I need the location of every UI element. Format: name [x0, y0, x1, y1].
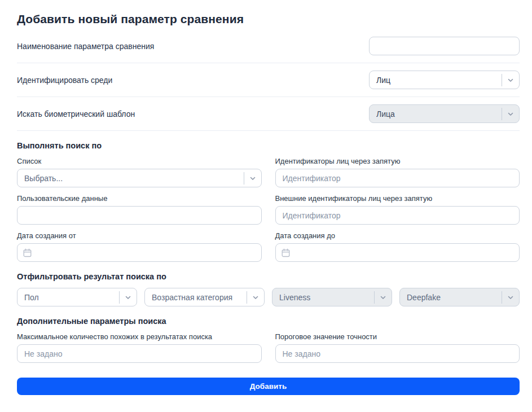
search-section-heading: Выполнять поиск по — [17, 141, 520, 150]
deepfake-select: Deepfake — [399, 288, 520, 306]
add-comparison-parameter-form: Добавить новый параметр сравнения Наимен… — [17, 12, 520, 395]
identify-among-value: Лиц — [376, 76, 502, 85]
search-fields-grid: Список Выбрать... Идентификаторы лиц чер… — [17, 157, 520, 262]
age-category-select[interactable]: Возрастная категория — [144, 288, 265, 306]
gender-select-value: Пол — [24, 293, 119, 302]
field-external-ids: Внешние идентификаторы лиц через запятую — [275, 194, 520, 225]
user-data-label: Пользовательские данные — [17, 194, 262, 203]
date-from-label: Дата создания от — [17, 231, 262, 240]
face-ids-label: Идентификаторы лиц через запятую — [275, 157, 520, 166]
field-date-to: Дата создания до — [275, 231, 520, 262]
field-list: Список Выбрать... — [17, 157, 262, 187]
add-button[interactable]: Добавить — [17, 378, 520, 395]
external-ids-label: Внешние идентификаторы лиц через запятую — [275, 194, 520, 203]
liveness-select-value: Liveness — [279, 293, 374, 302]
max-results-label: Максимальное количество похожих в резуль… — [17, 332, 262, 341]
chevron-down-icon — [502, 77, 519, 84]
biometric-template-label: Искать биометрический шаблон — [17, 109, 135, 119]
age-category-select-value: Возрастная категория — [152, 293, 247, 302]
date-to-label: Дата создания до — [275, 231, 520, 240]
chevron-down-icon — [502, 294, 519, 301]
identify-among-select[interactable]: Лиц — [369, 71, 520, 89]
deepfake-select-value: Deepfake — [407, 293, 502, 302]
chevron-down-icon — [502, 111, 519, 117]
name-input[interactable] — [369, 37, 520, 55]
identify-among-label: Идентифицировать среди — [17, 76, 112, 85]
gender-select[interactable]: Пол — [17, 288, 137, 306]
filter-section-heading: Отфильтровать результат поиска по — [17, 272, 520, 281]
threshold-label: Пороговое значение точности — [275, 332, 520, 341]
field-date-from: Дата создания от — [17, 231, 262, 262]
field-threshold: Пороговое значение точности — [275, 332, 520, 363]
list-select[interactable]: Выбрать... — [17, 169, 262, 187]
extra-fields-grid: Максимальное количество похожих в резуль… — [17, 332, 520, 363]
date-from-input[interactable] — [17, 243, 262, 262]
field-max-results: Максимальное количество похожих в резуль… — [17, 332, 262, 363]
chevron-down-icon — [120, 294, 137, 301]
calendar-icon — [282, 248, 290, 257]
form-row-name: Наименование параметра сравнения — [17, 29, 520, 63]
chevron-down-icon — [375, 294, 392, 301]
filter-selects-row: Пол Возрастная категория Liveness Deepfa… — [17, 288, 520, 306]
biometric-template-value: Лица — [376, 109, 502, 119]
field-face-ids: Идентификаторы лиц через запятую — [275, 157, 520, 187]
field-user-data: Пользовательские данные — [17, 194, 262, 225]
date-to-input[interactable] — [275, 243, 520, 262]
face-ids-input[interactable] — [275, 169, 520, 187]
max-results-input[interactable] — [17, 344, 262, 363]
external-ids-input[interactable] — [275, 206, 520, 225]
user-data-input[interactable] — [17, 206, 262, 225]
list-label: Список — [17, 157, 262, 166]
chevron-down-icon — [247, 294, 264, 301]
form-row-biometric-template: Искать биометрический шаблон Лица — [17, 97, 520, 131]
extra-section-heading: Дополнительные параметры поиска — [17, 317, 520, 326]
form-row-identify-among: Идентифицировать среди Лиц — [17, 63, 520, 97]
list-select-placeholder: Выбрать... — [24, 174, 244, 183]
liveness-select: Liveness — [272, 288, 392, 306]
chevron-down-icon — [244, 175, 261, 182]
page-title: Добавить новый параметр сравнения — [17, 12, 520, 26]
calendar-icon — [23, 248, 32, 257]
name-label: Наименование параметра сравнения — [17, 42, 154, 51]
threshold-input[interactable] — [275, 344, 520, 363]
biometric-template-select: Лица — [369, 104, 520, 123]
